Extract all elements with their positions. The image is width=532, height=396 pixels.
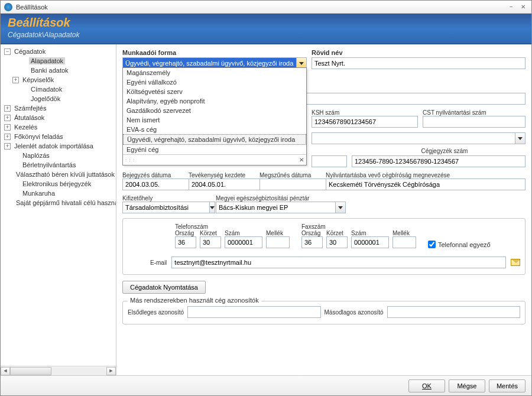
print-cegadatok-button[interactable]: Cégadatok Nyomtatása xyxy=(122,281,206,294)
ksh-szam-label: KSH szám xyxy=(312,109,418,116)
close-icon[interactable]: ✕ xyxy=(518,3,528,11)
scroll-thumb[interactable] xyxy=(10,367,51,375)
tree-node[interactable]: Bérletnyilvántartás xyxy=(1,160,116,170)
fax-orszag-input[interactable] xyxy=(301,236,323,248)
ksh-szam-input[interactable] xyxy=(312,116,418,128)
cegjegyzek-label: Cégjegyzék szám xyxy=(364,148,525,154)
ok-button[interactable]: OK xyxy=(408,379,445,392)
fax-same-checkbox[interactable]: Telefonnal egyező xyxy=(428,241,491,248)
tree-horizontal-scrollbar[interactable]: ◄ ► xyxy=(1,366,116,375)
phone-fax-group: Telefonszám Ország Körzet Szám Mellék Fa… xyxy=(122,218,525,275)
tree-node[interactable]: Elektronikus bérjegyzék xyxy=(1,179,116,189)
tree-node[interactable]: +Számfejtés xyxy=(1,103,116,113)
masodlagos-label: Másodlagos azonosító xyxy=(325,309,384,316)
mas-azonositok-group: Más rendszerekben használt cég azonosító… xyxy=(122,301,525,324)
tree-node[interactable]: Választható béren kívüli juttatások xyxy=(1,170,116,179)
elsodleges-input[interactable] xyxy=(187,306,320,318)
megszunes-date[interactable] xyxy=(259,178,321,190)
minimize-icon[interactable]: − xyxy=(507,3,516,11)
tree-node[interactable]: Saját gépjármű hivatali célú használata xyxy=(1,198,116,207)
expander-icon[interactable]: + xyxy=(4,134,11,140)
tree-node-jogelodok[interactable]: Jogelődök xyxy=(1,94,116,103)
col-orszag-label: Ország xyxy=(175,230,196,236)
email-input[interactable] xyxy=(171,257,506,268)
form-pane: Munkaadói forma Rövid név Magánszemély E… xyxy=(116,44,531,375)
dropdown-option[interactable]: Egyéni cég xyxy=(123,145,306,154)
telefon-legend: Telefonszám xyxy=(175,223,290,230)
tree-node-kepviselok[interactable]: +Képviselők xyxy=(1,75,116,85)
tree-node[interactable]: +Főkönyvi feladás xyxy=(1,132,116,141)
dropdown-option[interactable]: Költségvetési szerv xyxy=(123,87,306,96)
nav-tree[interactable]: − Cégadatok Alapadatok Banki adatok +Kép… xyxy=(1,44,116,366)
fax-same-check-input[interactable] xyxy=(428,241,436,248)
expander-icon[interactable]: − xyxy=(4,48,11,55)
tel-orszag-input[interactable] xyxy=(175,236,196,248)
dropdown-option[interactable]: Magánszemély xyxy=(123,68,306,77)
tree-node[interactable]: Naplózás xyxy=(1,151,116,160)
tree-node-banki-adatok[interactable]: Banki adatok xyxy=(1,66,116,75)
fax-szam-input[interactable] xyxy=(351,236,389,248)
save-button[interactable]: Mentés xyxy=(489,379,525,392)
dropdown-close-icon[interactable]: ✕ xyxy=(299,157,304,163)
chevron-down-icon[interactable] xyxy=(335,202,346,213)
dropdown-option[interactable]: Nem ismert xyxy=(123,115,306,125)
scroll-right-icon[interactable]: ► xyxy=(106,367,116,375)
unnamed-combo-input[interactable] xyxy=(312,132,515,144)
short-input[interactable] xyxy=(312,155,347,167)
mail-icon[interactable] xyxy=(511,259,520,266)
fax-korzet-input[interactable] xyxy=(326,236,348,248)
chevron-down-icon[interactable] xyxy=(515,132,525,144)
tree-node-alapadatok[interactable]: Alapadatok xyxy=(1,56,116,66)
chevron-down-icon[interactable] xyxy=(209,202,215,213)
expander-icon[interactable]: + xyxy=(4,105,11,112)
rovid-nev-input[interactable] xyxy=(312,57,525,69)
cst-input[interactable] xyxy=(423,116,525,128)
col-korzet-label: Körzet xyxy=(326,230,348,236)
nyilvantartas-input[interactable] xyxy=(326,178,525,190)
tree-node-cegadatok[interactable]: − Cégadatok xyxy=(1,47,116,56)
col-korzet-label: Körzet xyxy=(200,230,221,236)
expander-icon[interactable]: + xyxy=(4,115,11,121)
fax-mellek-input[interactable] xyxy=(392,236,416,248)
mas-legend: Más rendszerekben használt cég azonosító… xyxy=(128,297,261,304)
cegjegyzek-input[interactable] xyxy=(352,155,525,167)
tree-node[interactable]: Munkaruha xyxy=(1,189,116,198)
dialog-footer: OK Mégse Mentés xyxy=(1,375,531,395)
app-window: Beállítások − ✕ Beállítások Cégadatok\Al… xyxy=(0,0,532,396)
titlebar: Beállítások − ✕ xyxy=(1,1,531,14)
kifizetohely-input[interactable] xyxy=(122,202,209,213)
tree-node[interactable]: +Jelenlét adatok importálása xyxy=(1,141,116,151)
masodlagos-input[interactable] xyxy=(387,306,520,318)
dropdown-option-selected[interactable]: Ügyvédi, végrehajtó, szabadalmi ügyvivő,… xyxy=(123,134,306,145)
tree-node[interactable]: +Átutalások xyxy=(1,113,116,122)
tree-node[interactable]: +Kezelés xyxy=(1,122,116,132)
page-title: Beállítások xyxy=(8,16,524,30)
fax-same-label: Telefonnal egyező xyxy=(438,241,491,248)
kifizetohely-combo[interactable] xyxy=(122,202,211,213)
body: − Cégadatok Alapadatok Banki adatok +Kép… xyxy=(1,44,531,375)
expander-icon[interactable]: + xyxy=(4,124,11,131)
unnamed-combo[interactable] xyxy=(312,132,525,144)
resize-grip-icon[interactable]: : : : xyxy=(125,157,135,163)
dropdown-option[interactable]: EVA-s cég xyxy=(123,125,306,134)
dropdown-option[interactable]: Alapítvány, egyéb nonprofit xyxy=(123,96,306,106)
cancel-button[interactable]: Mégse xyxy=(449,379,485,392)
megyei-combo[interactable] xyxy=(216,202,346,213)
munkaadoi-forma-dropdown[interactable]: Magánszemély Egyéni vállalkozó Költségve… xyxy=(122,67,307,165)
tel-szam-input[interactable] xyxy=(225,236,262,248)
tevekenyseg-date[interactable] xyxy=(189,178,255,190)
scroll-track[interactable] xyxy=(10,367,106,375)
header-band: Beállítások Cégadatok\Alapadatok xyxy=(1,14,531,44)
expander-icon[interactable]: + xyxy=(4,143,11,150)
tree-node-cimadatok[interactable]: Címadatok xyxy=(1,85,116,94)
window-title: Beállítások xyxy=(16,4,504,11)
col-orszag-label: Ország xyxy=(301,230,323,236)
expander-icon[interactable]: + xyxy=(12,77,19,83)
dropdown-option[interactable]: Gazdálkodó szervezet xyxy=(123,106,306,115)
scroll-left-icon[interactable]: ◄ xyxy=(1,367,10,375)
dropdown-option[interactable]: Egyéni vállalkozó xyxy=(123,77,306,87)
bejegyzes-date[interactable] xyxy=(122,178,184,190)
tel-mellek-input[interactable] xyxy=(266,236,290,248)
megyei-input[interactable] xyxy=(216,202,335,213)
tel-korzet-input[interactable] xyxy=(200,236,221,248)
